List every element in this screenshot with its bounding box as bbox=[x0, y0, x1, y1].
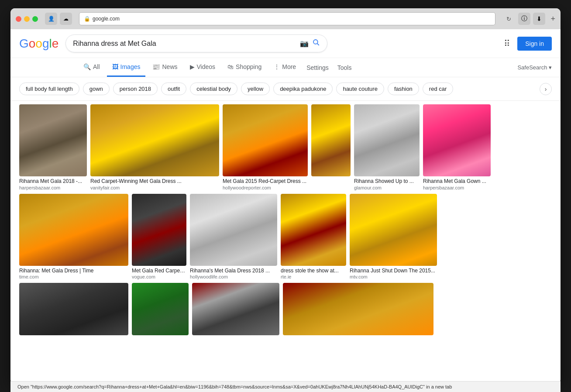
search-bar[interactable]: 📷 bbox=[65, 34, 327, 52]
videos-icon: ▶ bbox=[190, 63, 195, 70]
tab-shopping[interactable]: 🛍 Shopping bbox=[222, 58, 267, 77]
logo-letter-o2: o bbox=[35, 37, 42, 50]
chip-person-2018[interactable]: person 2018 bbox=[113, 83, 158, 95]
image-card-5[interactable]: Rihanna Met Gala Gown ... harpersbazaar.… bbox=[423, 104, 491, 190]
camera-search-button[interactable]: 📷 bbox=[300, 39, 309, 48]
chip-deepika[interactable]: deepika padukone bbox=[273, 83, 333, 95]
image-card-8[interactable]: Rihanna's Met Gala Dress 2018 ... hollyw… bbox=[190, 194, 277, 280]
tab-news-label: News bbox=[162, 63, 177, 70]
sign-in-button[interactable]: Sign in bbox=[517, 37, 552, 51]
safe-search-dropdown[interactable]: SafeSearch ▾ bbox=[517, 64, 552, 71]
logo-letter-o1: o bbox=[29, 37, 36, 50]
chip-label: gown bbox=[89, 86, 103, 92]
chip-label: person 2018 bbox=[120, 86, 151, 92]
image-caption-9: dress stole the show at... bbox=[281, 268, 346, 275]
extension-icon[interactable]: 👤 bbox=[45, 13, 57, 25]
chip-celestial-body[interactable]: celestial body bbox=[190, 83, 237, 95]
new-tab-button[interactable]: + bbox=[550, 14, 555, 24]
image-card-3[interactable]: Met Gala 2015 Red-Carpet Dress ... holly… bbox=[223, 104, 308, 190]
image-source-2: vanityfair.com bbox=[90, 185, 219, 190]
image-caption-8: Rihanna's Met Gala Dress 2018 ... bbox=[190, 268, 277, 275]
image-source-3: hollywoodreporter.com bbox=[223, 185, 308, 190]
image-card-7[interactable]: Met Gala Red Carpet ... vogue.com bbox=[132, 194, 186, 280]
image-card-11[interactable] bbox=[19, 283, 128, 335]
chip-fashion[interactable]: fashion bbox=[388, 83, 419, 95]
image-card-9[interactable]: dress stole the show at... rte.ie bbox=[281, 194, 346, 280]
image-caption-7: Met Gala Red Carpet ... bbox=[132, 268, 186, 275]
image-source-7: vogue.com bbox=[132, 274, 186, 279]
image-source-5: harpersbazaar.com bbox=[423, 185, 491, 190]
logo-letter-e: e bbox=[52, 37, 59, 50]
chip-haute-couture[interactable]: haute couture bbox=[336, 83, 384, 95]
nav-tabs: 🔍 All 🖼 Images 📰 News ▶ Videos 🛍 Shoppin… bbox=[10, 58, 561, 77]
image-row-1: Rihanna Met Gala 2018 -... harpersbazaar… bbox=[19, 104, 552, 190]
image-card-4[interactable]: Rihanna Showed Up to ... glamour.com bbox=[354, 104, 420, 190]
chip-outfit[interactable]: outfit bbox=[161, 83, 186, 95]
tab-all[interactable]: 🔍 All bbox=[78, 58, 105, 77]
lock-icon: 🔒 bbox=[84, 16, 90, 22]
tab-videos[interactable]: ▶ Videos bbox=[185, 58, 221, 77]
search-input[interactable] bbox=[73, 40, 296, 48]
image-card-6[interactable]: Rihanna: Met Gala Dress | Time time.com bbox=[19, 194, 128, 280]
traffic-lights bbox=[16, 16, 38, 22]
image-caption-1: Rihanna Met Gala 2018 -... bbox=[19, 178, 87, 185]
image-caption-3: Met Gala 2015 Red-Carpet Dress ... bbox=[223, 178, 308, 185]
images-icon: 🖼 bbox=[112, 63, 118, 70]
close-button[interactable] bbox=[16, 16, 21, 22]
filter-chips: full body full length gown person 2018 o… bbox=[10, 77, 561, 101]
chip-red-car[interactable]: red car bbox=[423, 83, 453, 95]
tab-news[interactable]: 📰 News bbox=[147, 58, 182, 77]
image-card-10[interactable]: Rihanna Just Shut Down The 2015... mtv.c… bbox=[350, 194, 437, 280]
status-bar: Open "https://www.google.com/search?q=Ri… bbox=[10, 381, 561, 392]
image-caption-10: Rihanna Just Shut Down The 2015... bbox=[350, 268, 437, 275]
chip-label: yellow bbox=[248, 86, 263, 92]
logo-letter-g: G bbox=[19, 37, 29, 50]
browser-content: Google 📷 ⠿ Sign in bbox=[10, 29, 561, 384]
image-row-3 bbox=[19, 283, 552, 335]
shopping-icon: 🛍 bbox=[227, 63, 234, 70]
image-grid: Rihanna Met Gala 2018 -... harpersbazaar… bbox=[10, 101, 561, 342]
image-row-2: Rihanna: Met Gala Dress | Time time.com … bbox=[19, 194, 552, 280]
browser-window: 👤 ☁ 🔒 google.com ↻ ⓘ ⬇ + Google 📷 bbox=[10, 8, 561, 384]
search-button[interactable] bbox=[312, 38, 320, 48]
url-display: google.com bbox=[93, 16, 120, 22]
tools-button[interactable]: Tools bbox=[334, 59, 355, 76]
image-card-3b[interactable] bbox=[311, 104, 351, 178]
download-icon[interactable]: ⬇ bbox=[533, 13, 545, 25]
image-source-8: hollywoodlife.com bbox=[190, 274, 277, 279]
image-card-13[interactable] bbox=[192, 283, 279, 335]
cloud-icon[interactable]: ☁ bbox=[60, 13, 72, 25]
chip-full-body[interactable]: full body full length bbox=[19, 83, 79, 95]
settings-button[interactable]: Settings bbox=[303, 59, 332, 76]
status-text: Open "https://www.google.com/search?q=Ri… bbox=[17, 384, 452, 389]
address-bar[interactable]: 🔒 google.com bbox=[79, 12, 495, 25]
image-caption-6: Rihanna: Met Gala Dress | Time bbox=[19, 268, 128, 275]
info-icon[interactable]: ⓘ bbox=[518, 13, 530, 25]
image-source-1: harpersbazaar.com bbox=[19, 185, 87, 190]
tab-images[interactable]: 🖼 Images bbox=[107, 58, 146, 77]
header-right: ⠿ Sign in bbox=[504, 37, 552, 51]
image-card-12[interactable] bbox=[132, 283, 189, 335]
right-toolbar: ⓘ ⬇ bbox=[518, 13, 545, 25]
tab-all-label: All bbox=[93, 63, 100, 70]
image-card-14[interactable] bbox=[283, 283, 433, 335]
google-logo: Google bbox=[19, 37, 58, 51]
chip-label: red car bbox=[429, 86, 447, 92]
maximize-button[interactable] bbox=[32, 16, 38, 22]
chip-yellow[interactable]: yellow bbox=[241, 83, 270, 95]
toolbar-icons: 👤 ☁ bbox=[45, 13, 72, 25]
image-caption-5: Rihanna Met Gala Gown ... bbox=[423, 178, 491, 185]
chips-next-button[interactable]: › bbox=[540, 83, 552, 95]
tab-more[interactable]: ⋮ More bbox=[268, 58, 301, 77]
minimize-button[interactable] bbox=[24, 16, 30, 22]
image-card-1[interactable]: Rihanna Met Gala 2018 -... harpersbazaar… bbox=[19, 104, 87, 190]
image-card-2[interactable]: Red Carpet-Winning Met Gala Dress ... va… bbox=[90, 104, 219, 190]
chip-gown[interactable]: gown bbox=[83, 83, 110, 95]
tab-more-label: More bbox=[282, 63, 296, 70]
news-icon: 📰 bbox=[152, 63, 160, 70]
svg-point-0 bbox=[313, 40, 318, 44]
svg-line-1 bbox=[317, 44, 319, 45]
apps-grid-button[interactable]: ⠿ bbox=[504, 38, 510, 49]
more-icon: ⋮ bbox=[274, 63, 280, 70]
refresh-button[interactable]: ↻ bbox=[502, 13, 515, 25]
